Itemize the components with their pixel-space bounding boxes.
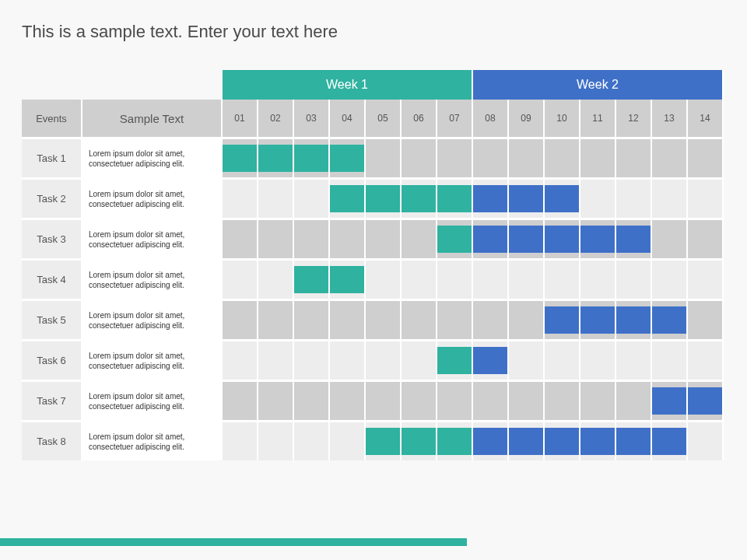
task-label: Task 7 [22,382,82,420]
gantt-cell [545,341,580,380]
header-day-08: 08 [473,100,509,137]
week-header-2: Week 2 [473,70,724,100]
gantt-cell [437,139,473,177]
gantt-cell [616,301,652,339]
header-sample: Sample Text [82,100,223,137]
gantt-bar [509,185,543,212]
gantt-bar [473,428,507,454]
gantt-cell [652,382,688,420]
header-day-07: 07 [437,100,473,137]
gantt-cell [473,139,509,177]
task-row: Task 5Lorem ipsum dolor sit amet, consec… [22,299,724,339]
gantt-bar [688,387,722,414]
gantt-cell [616,341,652,380]
gantt-bar [652,306,686,333]
gantt-cell [545,220,580,258]
gantt-cell [580,301,616,339]
gantt-bar [545,185,579,212]
gantt-bar [258,145,293,171]
gantt-cell [366,301,402,339]
task-label: Task 6 [22,341,82,380]
gantt-bar [223,145,257,171]
gantt-cell [330,422,366,460]
gantt-cell [330,301,366,339]
gantt-cell [223,261,258,299]
gantt-cell [402,220,437,258]
gantt-cell [437,382,473,420]
gantt-cell [473,180,509,218]
gantt-cell [473,261,509,299]
gantt-cell [258,382,294,420]
gantt-bar [473,347,507,373]
task-description: Lorem ipsum dolor sit amet, consectetuer… [82,261,223,299]
gantt-cell [652,261,688,299]
gantt-cell [545,422,580,460]
gantt-cell [473,341,509,380]
task-label: Task 1 [22,139,82,177]
gantt-cell [616,382,652,420]
gantt-cell [366,180,402,218]
gantt-bar [437,226,472,252]
gantt-cell [509,382,545,420]
task-row: Task 6Lorem ipsum dolor sit amet, consec… [22,339,724,380]
gantt-cell [402,180,437,218]
gantt-bar [366,185,400,212]
gantt-cell [616,180,652,218]
gantt-cell [509,341,545,380]
gantt-cell [580,382,616,420]
header-day-12: 12 [616,100,652,137]
gantt-cell [473,422,509,460]
header-day-01: 01 [223,100,258,137]
gantt-cell [330,180,366,218]
header-day-09: 09 [509,100,545,137]
gantt-cell [652,139,688,177]
gantt-bar [616,226,651,252]
gantt-cell [509,180,545,218]
task-description: Lorem ipsum dolor sit amet, consectetuer… [82,382,223,420]
gantt-bar [580,306,615,333]
gantt-cell [402,139,437,177]
gantt-cell [652,220,688,258]
task-label: Task 2 [22,180,82,218]
gantt-cell [616,422,652,460]
gantt-bar [294,266,328,292]
gantt-cell [294,139,330,177]
gantt-cell [437,180,473,218]
task-row: Task 7Lorem ipsum dolor sit amet, consec… [22,380,724,420]
header-day-10: 10 [545,100,580,137]
gantt-cell [294,301,330,339]
gantt-cell [258,220,294,258]
gantt-bar [437,347,472,373]
gantt-cell [258,422,294,460]
gantt-bar [366,428,400,454]
gantt-cell [509,139,545,177]
header-day-04: 04 [330,100,366,137]
gantt-cell [616,220,652,258]
gantt-cell [294,341,330,380]
gantt-cell [688,382,724,420]
gantt-cell [616,139,652,177]
gantt-bar [402,185,436,212]
gantt-bar [509,428,543,454]
task-row: Task 2Lorem ipsum dolor sit amet, consec… [22,177,724,218]
gantt-cell [616,261,652,299]
gantt-cell [330,139,366,177]
gantt-cell [509,422,545,460]
gantt-cell [402,261,437,299]
gantt-cell [652,422,688,460]
gantt-bar [330,266,364,292]
gantt-cell [437,220,473,258]
gantt-bar [545,226,579,252]
gantt-cell [545,382,580,420]
gantt-cell [223,382,258,420]
gantt-cell [402,341,437,380]
task-description: Lorem ipsum dolor sit amet, consectetuer… [82,180,223,218]
gantt-bar [473,185,507,212]
gantt-cell [366,382,402,420]
task-row: Task 3Lorem ipsum dolor sit amet, consec… [22,218,724,258]
gantt-cell [688,220,724,258]
header-events: Events [22,100,82,137]
task-label: Task 3 [22,220,82,258]
gantt-cell [366,422,402,460]
task-rows-container: Task 1Lorem ipsum dolor sit amet, consec… [22,137,724,460]
